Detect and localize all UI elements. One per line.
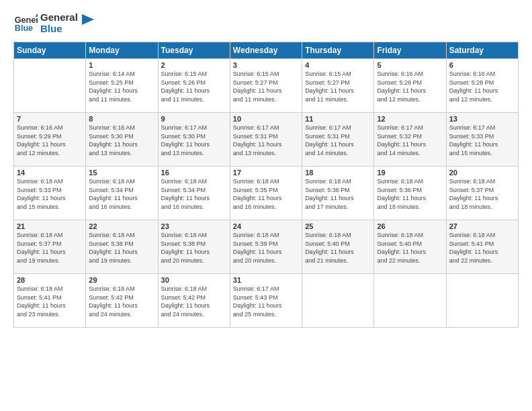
cell-text: Sunrise: 6:17 AM Sunset: 5:43 PM Dayligh… bbox=[233, 285, 299, 318]
calendar-cell: 25Sunrise: 6:18 AM Sunset: 5:40 PM Dayli… bbox=[302, 220, 374, 274]
cell-text: Sunrise: 6:18 AM Sunset: 5:41 PM Dayligh… bbox=[17, 285, 83, 318]
cell-text: Sunrise: 6:18 AM Sunset: 5:34 PM Dayligh… bbox=[89, 177, 154, 211]
cell-text: Sunrise: 6:16 AM Sunset: 5:28 PM Dayligh… bbox=[449, 70, 515, 103]
cell-text: Sunrise: 6:14 AM Sunset: 5:25 PM Dayligh… bbox=[89, 70, 154, 103]
calendar-cell: 9Sunrise: 6:17 AM Sunset: 5:30 PM Daylig… bbox=[158, 113, 230, 167]
calendar-header-row: SundayMondayTuesdayWednesdayThursdayFrid… bbox=[14, 42, 519, 59]
calendar-table: SundayMondayTuesdayWednesdayThursdayFrid… bbox=[13, 42, 519, 328]
day-number: 28 bbox=[17, 276, 83, 284]
cell-text: Sunrise: 6:18 AM Sunset: 5:33 PM Dayligh… bbox=[17, 177, 83, 211]
calendar-cell: 24Sunrise: 6:18 AM Sunset: 5:39 PM Dayli… bbox=[230, 220, 302, 274]
day-number: 25 bbox=[305, 222, 371, 230]
calendar-cell: 12Sunrise: 6:17 AM Sunset: 5:32 PM Dayli… bbox=[374, 113, 446, 167]
calendar-cell: 21Sunrise: 6:18 AM Sunset: 5:37 PM Dayli… bbox=[14, 220, 86, 274]
day-number: 23 bbox=[161, 222, 227, 230]
cell-text: Sunrise: 6:16 AM Sunset: 5:29 PM Dayligh… bbox=[17, 124, 83, 157]
cell-text: Sunrise: 6:15 AM Sunset: 5:26 PM Dayligh… bbox=[161, 70, 227, 103]
calendar-cell: 31Sunrise: 6:17 AM Sunset: 5:43 PM Dayli… bbox=[230, 274, 302, 328]
header: General Blue General Blue bbox=[13, 11, 519, 35]
day-number: 4 bbox=[305, 61, 371, 69]
cell-text: Sunrise: 6:18 AM Sunset: 5:36 PM Dayligh… bbox=[377, 177, 443, 211]
cell-text: Sunrise: 6:15 AM Sunset: 5:27 PM Dayligh… bbox=[305, 70, 371, 103]
calendar-cell bbox=[446, 274, 518, 328]
calendar-cell: 16Sunrise: 6:18 AM Sunset: 5:34 PM Dayli… bbox=[158, 167, 230, 220]
day-number: 5 bbox=[377, 61, 443, 69]
calendar-cell: 28Sunrise: 6:18 AM Sunset: 5:41 PM Dayli… bbox=[14, 274, 86, 328]
col-header-saturday: Saturday bbox=[446, 42, 518, 59]
day-number: 1 bbox=[89, 61, 154, 69]
day-number: 24 bbox=[233, 222, 299, 230]
cell-text: Sunrise: 6:17 AM Sunset: 5:30 PM Dayligh… bbox=[161, 124, 227, 157]
day-number: 18 bbox=[305, 169, 371, 177]
col-header-friday: Friday bbox=[374, 42, 446, 59]
day-number: 22 bbox=[89, 222, 154, 230]
day-number: 13 bbox=[449, 115, 515, 123]
calendar-cell bbox=[14, 59, 86, 113]
week-row-4: 21Sunrise: 6:18 AM Sunset: 5:37 PM Dayli… bbox=[14, 220, 519, 274]
day-number: 27 bbox=[449, 222, 515, 230]
calendar-cell: 30Sunrise: 6:18 AM Sunset: 5:42 PM Dayli… bbox=[158, 274, 230, 328]
svg-text:Blue: Blue bbox=[15, 24, 33, 33]
cell-text: Sunrise: 6:17 AM Sunset: 5:33 PM Dayligh… bbox=[449, 124, 515, 157]
calendar-cell: 17Sunrise: 6:18 AM Sunset: 5:35 PM Dayli… bbox=[230, 167, 302, 220]
calendar-cell bbox=[374, 274, 446, 328]
day-number: 12 bbox=[377, 115, 443, 123]
day-number: 19 bbox=[377, 169, 443, 177]
day-number: 29 bbox=[89, 276, 154, 284]
logo-general: General bbox=[40, 11, 78, 23]
col-header-tuesday: Tuesday bbox=[158, 42, 230, 59]
logo-blue: Blue bbox=[40, 23, 78, 34]
day-number: 16 bbox=[161, 169, 227, 177]
cell-text: Sunrise: 6:16 AM Sunset: 5:30 PM Dayligh… bbox=[89, 124, 154, 157]
calendar-cell: 20Sunrise: 6:18 AM Sunset: 5:37 PM Dayli… bbox=[446, 167, 518, 220]
calendar-cell: 3Sunrise: 6:15 AM Sunset: 5:27 PM Daylig… bbox=[230, 59, 302, 113]
calendar-cell: 27Sunrise: 6:18 AM Sunset: 5:41 PM Dayli… bbox=[446, 220, 518, 274]
day-number: 17 bbox=[233, 169, 299, 177]
calendar-cell: 14Sunrise: 6:18 AM Sunset: 5:33 PM Dayli… bbox=[14, 167, 86, 220]
cell-text: Sunrise: 6:18 AM Sunset: 5:34 PM Dayligh… bbox=[161, 177, 227, 211]
cell-text: Sunrise: 6:17 AM Sunset: 5:31 PM Dayligh… bbox=[305, 124, 371, 157]
day-number: 9 bbox=[161, 115, 227, 123]
calendar-cell: 11Sunrise: 6:17 AM Sunset: 5:31 PM Dayli… bbox=[302, 113, 374, 167]
day-number: 7 bbox=[17, 115, 83, 123]
cell-text: Sunrise: 6:18 AM Sunset: 5:41 PM Dayligh… bbox=[449, 231, 515, 265]
calendar-cell: 18Sunrise: 6:18 AM Sunset: 5:36 PM Dayli… bbox=[302, 167, 374, 220]
calendar-cell: 13Sunrise: 6:17 AM Sunset: 5:33 PM Dayli… bbox=[446, 113, 518, 167]
calendar-cell: 26Sunrise: 6:18 AM Sunset: 5:40 PM Dayli… bbox=[374, 220, 446, 274]
day-number: 31 bbox=[233, 276, 299, 284]
calendar-cell: 8Sunrise: 6:16 AM Sunset: 5:30 PM Daylig… bbox=[86, 113, 158, 167]
day-number: 21 bbox=[17, 222, 83, 230]
cell-text: Sunrise: 6:18 AM Sunset: 5:40 PM Dayligh… bbox=[377, 231, 443, 265]
week-row-3: 14Sunrise: 6:18 AM Sunset: 5:33 PM Dayli… bbox=[14, 167, 519, 220]
cell-text: Sunrise: 6:17 AM Sunset: 5:32 PM Dayligh… bbox=[377, 124, 443, 157]
day-number: 8 bbox=[89, 115, 154, 123]
calendar-cell: 23Sunrise: 6:18 AM Sunset: 5:38 PM Dayli… bbox=[158, 220, 230, 274]
day-number: 11 bbox=[305, 115, 371, 123]
cell-text: Sunrise: 6:18 AM Sunset: 5:36 PM Dayligh… bbox=[305, 177, 371, 211]
logo-flag-icon bbox=[82, 14, 94, 29]
svg-marker-3 bbox=[82, 14, 94, 25]
week-row-5: 28Sunrise: 6:18 AM Sunset: 5:41 PM Dayli… bbox=[14, 274, 519, 328]
logo-icon: General Blue bbox=[13, 11, 38, 35]
cell-text: Sunrise: 6:18 AM Sunset: 5:42 PM Dayligh… bbox=[89, 285, 154, 318]
calendar-cell: 6Sunrise: 6:16 AM Sunset: 5:28 PM Daylig… bbox=[446, 59, 518, 113]
day-number: 15 bbox=[89, 169, 154, 177]
calendar-cell: 29Sunrise: 6:18 AM Sunset: 5:42 PM Dayli… bbox=[86, 274, 158, 328]
day-number: 6 bbox=[449, 61, 515, 69]
calendar-cell: 22Sunrise: 6:18 AM Sunset: 5:38 PM Dayli… bbox=[86, 220, 158, 274]
calendar-cell: 5Sunrise: 6:16 AM Sunset: 5:28 PM Daylig… bbox=[374, 59, 446, 113]
cell-text: Sunrise: 6:18 AM Sunset: 5:40 PM Dayligh… bbox=[305, 231, 371, 265]
calendar-cell: 2Sunrise: 6:15 AM Sunset: 5:26 PM Daylig… bbox=[158, 59, 230, 113]
day-number: 20 bbox=[449, 169, 515, 177]
calendar-cell: 4Sunrise: 6:15 AM Sunset: 5:27 PM Daylig… bbox=[302, 59, 374, 113]
calendar-cell: 19Sunrise: 6:18 AM Sunset: 5:36 PM Dayli… bbox=[374, 167, 446, 220]
cell-text: Sunrise: 6:18 AM Sunset: 5:38 PM Dayligh… bbox=[89, 231, 154, 265]
cell-text: Sunrise: 6:18 AM Sunset: 5:42 PM Dayligh… bbox=[161, 285, 227, 318]
col-header-thursday: Thursday bbox=[302, 42, 374, 59]
day-number: 26 bbox=[377, 222, 443, 230]
cell-text: Sunrise: 6:15 AM Sunset: 5:27 PM Dayligh… bbox=[233, 70, 299, 103]
calendar-cell: 10Sunrise: 6:17 AM Sunset: 5:31 PM Dayli… bbox=[230, 113, 302, 167]
calendar-cell: 1Sunrise: 6:14 AM Sunset: 5:25 PM Daylig… bbox=[86, 59, 158, 113]
cell-text: Sunrise: 6:17 AM Sunset: 5:31 PM Dayligh… bbox=[233, 124, 299, 157]
logo: General Blue General Blue bbox=[13, 11, 94, 35]
